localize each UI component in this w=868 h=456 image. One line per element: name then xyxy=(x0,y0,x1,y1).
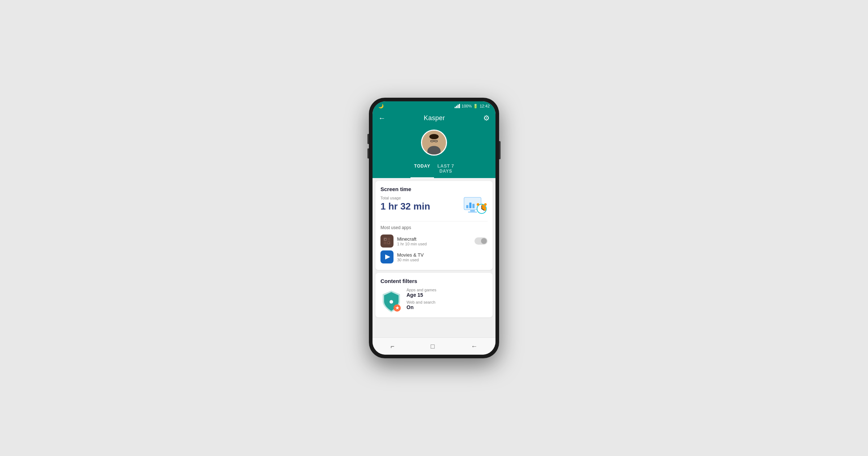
svg-rect-24 xyxy=(385,239,386,240)
minecraft-toggle[interactable] xyxy=(475,237,488,245)
total-usage-value: 1 hr 32 min xyxy=(380,201,430,212)
tab-today[interactable]: TODAY xyxy=(410,160,434,178)
divider xyxy=(380,221,488,221)
svg-rect-22 xyxy=(384,241,387,244)
screen-time-main: Total usage 1 hr 32 min xyxy=(380,196,488,218)
power-button[interactable] xyxy=(499,141,501,159)
filter-content: ★ Apps and games Age 15 Web and search O… xyxy=(380,288,488,312)
apps-games-row: Apps and games Age 15 xyxy=(407,288,488,298)
back-button[interactable]: ← xyxy=(378,114,386,122)
minecraft-icon xyxy=(380,235,393,248)
minecraft-usage: 1 hr 10 min used xyxy=(397,242,471,246)
filter-details: Apps and games Age 15 Web and search On xyxy=(407,288,488,312)
web-search-row: Web and search On xyxy=(407,300,488,310)
minecraft-name: Minecraft xyxy=(397,236,471,242)
movies-name: Movies & TV xyxy=(397,252,488,258)
volume-up-button[interactable] xyxy=(367,134,369,144)
content-filters-title: Content filters xyxy=(380,278,488,284)
svg-text:★: ★ xyxy=(395,305,399,311)
volume-down-button[interactable] xyxy=(367,148,369,159)
movies-usage: 30 min used xyxy=(397,258,488,262)
phone-frame: 🌙 100% 🔋 12:42 ← Kasper ⚙ xyxy=(369,98,499,358)
svg-rect-29 xyxy=(390,301,393,303)
usage-info: Total usage 1 hr 32 min xyxy=(380,196,430,212)
svg-rect-21 xyxy=(387,238,390,241)
svg-rect-11 xyxy=(469,203,472,208)
minecraft-info: Minecraft 1 hr 10 min used xyxy=(397,236,471,246)
screen-time-title: Screen time xyxy=(380,186,488,192)
app-header: ← Kasper ⚙ xyxy=(373,111,495,125)
settings-icon[interactable]: ⚙ xyxy=(483,114,490,122)
svg-point-18 xyxy=(484,203,487,206)
list-item[interactable]: Minecraft 1 hr 10 min used xyxy=(380,233,488,249)
shield-icon: ★ xyxy=(380,289,402,311)
moon-icon: 🌙 xyxy=(378,104,384,109)
apps-games-label: Apps and games xyxy=(407,288,488,292)
svg-point-17 xyxy=(477,203,479,206)
movies-icon xyxy=(380,250,393,263)
web-search-value: On xyxy=(407,304,488,310)
profile-section: TODAY LAST 7 DAYS xyxy=(373,125,495,178)
web-search-label: Web and search xyxy=(407,300,488,304)
clock-illustration xyxy=(462,196,488,218)
phone-screen: 🌙 100% 🔋 12:42 ← Kasper ⚙ xyxy=(373,101,495,355)
tabs-container: TODAY LAST 7 DAYS xyxy=(410,160,458,178)
battery-icon: 🔋 xyxy=(473,104,478,109)
time-display: 12:42 xyxy=(480,104,490,108)
svg-rect-25 xyxy=(388,242,389,243)
svg-rect-12 xyxy=(472,204,475,208)
content-area: Screen time Total usage 1 hr 32 min xyxy=(373,178,495,337)
most-used-label: Most used apps xyxy=(380,225,488,230)
tab-last7days[interactable]: LAST 7 DAYS xyxy=(434,160,458,178)
status-bar: 🌙 100% 🔋 12:42 xyxy=(373,101,495,111)
content-filters-card[interactable]: Content filters ★ xyxy=(375,273,493,317)
status-left: 🌙 xyxy=(378,104,384,109)
battery-text: 100% xyxy=(461,104,472,108)
svg-rect-19 xyxy=(382,236,392,246)
signal-icon xyxy=(455,104,460,108)
bottom-nav: ⌐ □ ← xyxy=(373,337,495,355)
page-title: Kasper xyxy=(424,114,445,122)
home-button[interactable]: □ xyxy=(426,341,439,352)
total-usage-label: Total usage xyxy=(380,196,430,200)
apps-games-value: Age 15 xyxy=(407,292,488,298)
avatar xyxy=(421,130,447,156)
svg-rect-10 xyxy=(466,205,468,208)
movies-info: Movies & TV 30 min used xyxy=(397,252,488,262)
recent-apps-button[interactable]: ⌐ xyxy=(386,341,399,352)
screen-time-card: Screen time Total usage 1 hr 32 min xyxy=(375,181,493,270)
list-item[interactable]: Movies & TV 30 min used xyxy=(380,249,488,265)
svg-rect-8 xyxy=(470,210,475,212)
svg-point-3 xyxy=(429,134,439,139)
svg-rect-9 xyxy=(468,212,477,213)
toggle-thumb xyxy=(481,238,487,244)
back-nav-button[interactable]: ← xyxy=(467,341,482,352)
status-right: 100% 🔋 12:42 xyxy=(455,104,490,109)
